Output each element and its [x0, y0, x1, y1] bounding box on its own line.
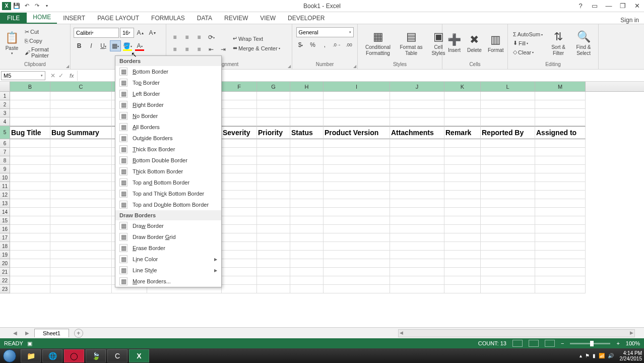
- macro-record-icon[interactable]: ▣: [27, 340, 32, 347]
- increase-font-button[interactable]: A▲: [135, 27, 146, 38]
- cell-L13[interactable]: [481, 199, 535, 208]
- cell-H19[interactable]: [290, 251, 324, 259]
- align-bottom-button[interactable]: ≡: [194, 32, 205, 43]
- undo-button[interactable]: ↶: [22, 2, 31, 11]
- cell-K18[interactable]: [444, 242, 481, 251]
- clear-button[interactable]: ◇Clear▾: [511, 48, 545, 56]
- cell-J1[interactable]: [390, 92, 444, 100]
- alignment-launcher-icon[interactable]: ◢: [288, 64, 291, 69]
- cell-M9[interactable]: [535, 165, 586, 173]
- zoom-level[interactable]: 100%: [626, 340, 640, 346]
- zoom-in-button[interactable]: +: [616, 340, 619, 346]
- cell-I19[interactable]: [324, 251, 390, 259]
- cell-J23[interactable]: [390, 285, 444, 293]
- cell-J14[interactable]: [390, 208, 444, 216]
- row-header-19[interactable]: 19: [0, 251, 10, 259]
- tab-review[interactable]: REVIEW: [218, 13, 254, 24]
- borders-menu-bottom-double[interactable]: ▦Bottom Double Border: [115, 155, 221, 166]
- increase-indent-button[interactable]: ⇥: [218, 44, 229, 55]
- cell-F12[interactable]: [222, 191, 257, 199]
- row-header-7[interactable]: 7: [0, 148, 10, 156]
- conditional-formatting-button[interactable]: ▦Conditional Formatting: [361, 29, 395, 57]
- page-break-view-button[interactable]: [545, 340, 555, 347]
- cell-K23[interactable]: [444, 285, 481, 293]
- cell-G13[interactable]: [257, 199, 290, 208]
- cell-F13[interactable]: [222, 199, 257, 208]
- cell-H13[interactable]: [290, 199, 324, 208]
- cell-H11[interactable]: [290, 182, 324, 191]
- cell-L20[interactable]: [481, 259, 535, 268]
- restore-button[interactable]: ❐: [618, 2, 628, 11]
- cell-K7[interactable]: [444, 148, 481, 156]
- cell-K1[interactable]: [444, 92, 481, 100]
- cell-B9[interactable]: [10, 165, 50, 173]
- cell-K19[interactable]: [444, 251, 481, 259]
- cell-K3[interactable]: [444, 109, 481, 117]
- cancel-formula-button[interactable]: ✕: [50, 72, 55, 79]
- sheet-nav-next[interactable]: ▶: [22, 330, 32, 336]
- cell-M1[interactable]: [535, 92, 586, 100]
- bold-button[interactable]: B: [74, 40, 85, 51]
- cell-G19[interactable]: [257, 251, 290, 259]
- cell-M3[interactable]: [535, 109, 586, 117]
- cell-B13[interactable]: [10, 199, 50, 208]
- font-name-combo[interactable]: Calibri▾: [74, 28, 119, 38]
- cell-H6[interactable]: [290, 139, 324, 148]
- cell-F18[interactable]: [222, 242, 257, 251]
- tab-file[interactable]: FILE: [0, 13, 27, 24]
- cell-K2[interactable]: [444, 100, 481, 109]
- cell-H1[interactable]: [290, 92, 324, 100]
- number-launcher-icon[interactable]: ◢: [353, 64, 356, 69]
- sheet-tab-sheet1[interactable]: Sheet1: [34, 329, 69, 337]
- cell-L4[interactable]: [481, 117, 535, 126]
- cell-L19[interactable]: [481, 251, 535, 259]
- format-painter-button[interactable]: 🖌Format Painter: [23, 45, 67, 59]
- cell-C23[interactable]: [50, 285, 112, 293]
- row-header-17[interactable]: 17: [0, 233, 10, 242]
- cell-K21[interactable]: [444, 268, 481, 276]
- row-header-23[interactable]: 23: [0, 285, 10, 293]
- cell-F17[interactable]: [222, 233, 257, 242]
- cell-F4[interactable]: [222, 117, 257, 126]
- cell-C2[interactable]: [50, 100, 112, 109]
- row-header-6[interactable]: 6: [0, 139, 10, 148]
- cell-G14[interactable]: [257, 208, 290, 216]
- cell-C17[interactable]: [50, 233, 112, 242]
- cell-J19[interactable]: [390, 251, 444, 259]
- cell-G7[interactable]: [257, 148, 290, 156]
- cell-H9[interactable]: [290, 165, 324, 173]
- cell-B23[interactable]: [10, 285, 50, 293]
- sign-in-link[interactable]: Sign in: [620, 17, 644, 24]
- cell-C3[interactable]: [50, 109, 112, 117]
- format-cells-button[interactable]: ▥Format: [486, 32, 506, 54]
- cell-C11[interactable]: [50, 182, 112, 191]
- cell-F23[interactable]: [222, 285, 257, 293]
- cell-B17[interactable]: [10, 233, 50, 242]
- cell-F10[interactable]: [222, 173, 257, 182]
- row-header-12[interactable]: 12: [0, 191, 10, 199]
- fill-button[interactable]: ⬇Fill▾: [511, 39, 545, 47]
- decrease-decimal-button[interactable]: .00: [344, 39, 355, 50]
- tray-flag-icon[interactable]: ⚑: [585, 353, 590, 358]
- taskbar-excel-icon[interactable]: X: [129, 349, 149, 362]
- cell-J10[interactable]: [390, 173, 444, 182]
- cell-G20[interactable]: [257, 259, 290, 268]
- column-header-M[interactable]: M: [535, 82, 586, 91]
- cell-C9[interactable]: [50, 165, 112, 173]
- cell-G5[interactable]: Priority: [257, 126, 290, 139]
- decrease-indent-button[interactable]: ⇤: [206, 44, 217, 55]
- cell-G9[interactable]: [257, 165, 290, 173]
- font-color-button[interactable]: A▾: [134, 40, 145, 51]
- format-as-table-button[interactable]: ▤Format as Table: [397, 29, 425, 57]
- row-header-3[interactable]: 3: [0, 109, 10, 117]
- cell-J17[interactable]: [390, 233, 444, 242]
- cell-K4[interactable]: [444, 117, 481, 126]
- cell-L3[interactable]: [481, 109, 535, 117]
- cell-B18[interactable]: [10, 242, 50, 251]
- cell-B19[interactable]: [10, 251, 50, 259]
- delete-cells-button[interactable]: ✖Delete: [465, 32, 484, 54]
- taskbar-app-green-icon[interactable]: 🍃: [86, 349, 106, 362]
- cell-K5[interactable]: Remark: [444, 126, 481, 139]
- cell-F11[interactable]: [222, 182, 257, 191]
- tray-signal-icon[interactable]: 📶: [599, 353, 605, 358]
